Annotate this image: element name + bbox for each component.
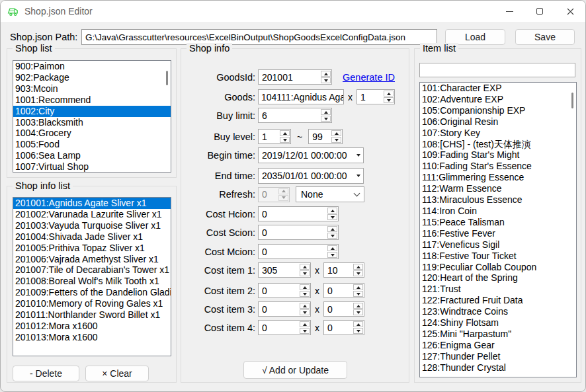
spin-down-button[interactable] [353, 291, 363, 297]
list-item[interactable]: 1006:Sea Lamp [13, 150, 171, 161]
list-item[interactable]: 902:Package [13, 72, 171, 83]
spin-down-button[interactable] [321, 77, 331, 83]
buy-limit-input[interactable] [259, 108, 320, 122]
spin-down-button[interactable] [300, 270, 310, 276]
list-item[interactable]: 120:Heart of the Spring [420, 272, 576, 284]
list-item[interactable]: 124:Shiny Flotsam [420, 317, 576, 329]
list-item[interactable]: 114:Iron Coin [420, 206, 576, 217]
list-item[interactable]: 1002:City [13, 106, 171, 117]
spin-down-button[interactable] [280, 137, 290, 143]
maximize-button[interactable] [524, 1, 555, 22]
spin-up-button[interactable] [280, 130, 290, 136]
spin-up-button[interactable] [384, 91, 394, 97]
cost-mcion-input[interactable] [259, 245, 327, 258]
list-item[interactable]: 113:Miraculous Essence [420, 194, 576, 206]
goods-field[interactable]: 104111:Agnidus Agate Sliver [258, 89, 344, 104]
spin-down-button[interactable] [353, 270, 363, 276]
spin-down-button[interactable] [300, 309, 310, 315]
buy-limit-spinner[interactable] [258, 108, 332, 123]
buy-level-min-spinner[interactable] [258, 129, 291, 144]
cost-item-4-id-spinner[interactable] [258, 320, 311, 335]
cost-item-3-id-spinner[interactable] [258, 301, 311, 317]
spin-up-button[interactable] [300, 284, 310, 290]
list-item[interactable]: 1005:Food [13, 139, 171, 150]
spin-up-button[interactable] [331, 130, 341, 136]
path-input[interactable] [81, 29, 437, 45]
cost-item-1-id-input[interactable] [259, 263, 299, 277]
spin-down-button[interactable] [327, 214, 337, 220]
spin-up-button[interactable] [327, 245, 337, 251]
buy-level-max-spinner[interactable] [308, 129, 343, 144]
list-item[interactable]: 111:Glimmering Essence [420, 172, 576, 183]
list-item[interactable]: 903:Mcoin [13, 83, 171, 95]
list-item[interactable]: 1001:Recommend [13, 95, 171, 106]
spin-down-button[interactable] [353, 328, 363, 334]
item-list-scrollbar[interactable] [571, 93, 573, 108]
cost-item-2-count-spinner[interactable] [323, 283, 364, 298]
list-item[interactable]: 201008:Boreal Wolf's Milk Tooth x1 [13, 276, 171, 287]
clear-button[interactable]: × Clear [85, 366, 149, 381]
spin-down-button[interactable] [321, 116, 331, 122]
cost-item-3-id-input[interactable] [259, 302, 299, 316]
refresh-mode-combobox[interactable]: None [296, 186, 364, 202]
cost-item-4-id-input[interactable] [259, 321, 299, 334]
spin-up-button[interactable] [300, 264, 310, 270]
spin-up-button[interactable] [353, 264, 363, 270]
generate-id-link[interactable]: Generate ID [343, 72, 395, 83]
spin-up-button[interactable] [353, 321, 363, 327]
spin-down-button[interactable] [327, 233, 337, 239]
close-button[interactable] [555, 1, 585, 22]
list-item[interactable]: 105:Companionship EXP [420, 105, 576, 116]
list-item[interactable]: 125:Mini "Harpastum" [420, 329, 576, 340]
add-or-update-button[interactable]: √ Add or Update [243, 361, 347, 379]
goodsid-input[interactable] [259, 70, 320, 84]
cost-item-2-id-input[interactable] [259, 284, 299, 297]
list-item[interactable]: 201001:Agnidus Agate Sliver x1 [13, 198, 171, 209]
shop-listbox[interactable]: 900:Paimon902:Package903:Mcoin1001:Recom… [13, 60, 171, 173]
list-item[interactable]: 126:Enigma Gear [420, 340, 576, 351]
list-item[interactable]: 128:Thunder Crystal [420, 362, 576, 373]
spin-down-button[interactable] [384, 97, 394, 103]
begin-time-picker[interactable]: 2019/12/01 00:00:00 [258, 147, 364, 163]
list-item[interactable]: 110:Fading Star's Essence [420, 161, 576, 172]
list-item[interactable]: 109:Fading Star's Might [420, 149, 576, 161]
shop-info-listbox[interactable]: 201001:Agnidus Agate Sliver x1201002:Var… [13, 197, 171, 356]
list-item[interactable]: 117:Veneficus Sigil [420, 239, 576, 251]
list-item[interactable]: 115:Peace Talisman [420, 217, 576, 228]
save-button[interactable]: Save [515, 29, 575, 45]
cost-scion-spinner[interactable] [258, 225, 339, 240]
delete-button[interactable]: - Delete [13, 366, 79, 381]
spin-up-button[interactable] [327, 226, 337, 232]
list-item[interactable]: 121:Trust [420, 284, 576, 295]
cost-item-1-count-spinner[interactable] [323, 262, 364, 278]
list-item[interactable]: 201006:Vajrada Amethyst Sliver x1 [13, 254, 171, 265]
list-item[interactable]: 102:Adventure EXP [420, 94, 576, 105]
spin-up-button[interactable] [321, 71, 331, 77]
cost-item-3-count-input[interactable] [324, 302, 353, 316]
list-item[interactable]: 106:Original Resin [420, 116, 576, 128]
cost-item-1-count-input[interactable] [324, 263, 353, 277]
list-item[interactable]: 201003:Vayuda Turquoise Sliver x1 [13, 220, 171, 231]
list-item[interactable]: 201011:Northlander Sword Billet x1 [13, 309, 171, 321]
list-item[interactable]: 118:Festive Tour Ticket [420, 251, 576, 262]
list-item[interactable]: 119:Peculiar Collab Coupon [420, 262, 576, 273]
list-item[interactable]: 201012:Mora x1600 [13, 321, 171, 332]
cost-mcion-spinner[interactable] [258, 244, 339, 259]
goods-qty-input[interactable] [357, 90, 383, 104]
cost-item-4-count-spinner[interactable] [323, 320, 364, 335]
cost-item-4-count-input[interactable] [324, 321, 353, 334]
list-item[interactable]: 108:[CHS] - (test)天体推演 [420, 139, 576, 150]
cost-item-3-count-spinner[interactable] [323, 301, 364, 317]
list-item[interactable]: 201013:Mora x1600 [13, 332, 171, 343]
spin-up-button[interactable] [327, 208, 337, 214]
list-item[interactable]: 201002:Varunada Lazurite Sliver x1 [13, 209, 171, 220]
spin-down-button[interactable] [300, 328, 310, 334]
spin-up-button[interactable] [353, 303, 363, 309]
list-item[interactable]: 1003:Blacksmith [13, 117, 171, 128]
cost-scion-input[interactable] [259, 225, 327, 239]
list-item[interactable]: 123:Windtrace Coins [420, 306, 576, 317]
list-item[interactable]: 122:Fractured Fruit Data [420, 295, 576, 306]
spin-up-button[interactable] [300, 321, 310, 327]
buy-level-max-input[interactable] [309, 130, 331, 143]
spin-up-button[interactable] [300, 303, 310, 309]
